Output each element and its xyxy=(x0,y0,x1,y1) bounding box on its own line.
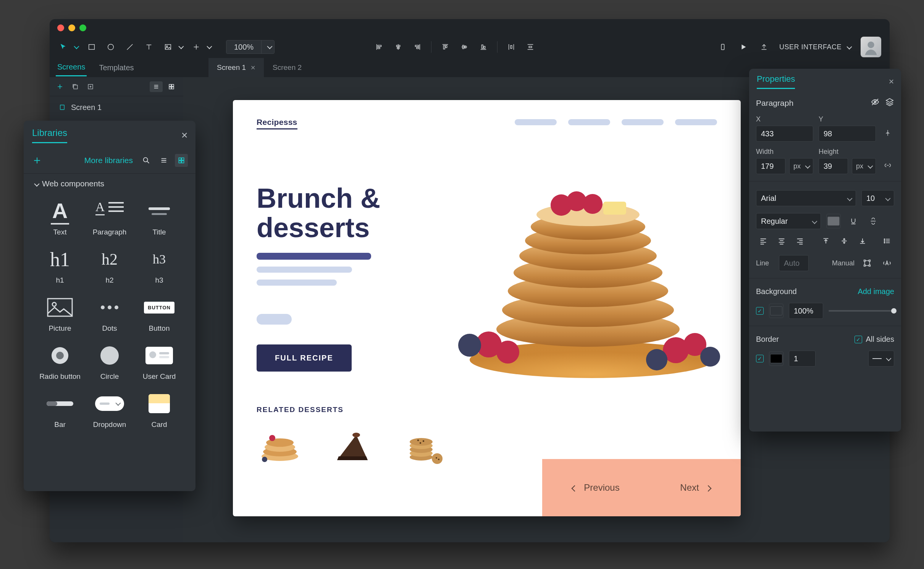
workspace-selector[interactable]: USER INTERFACE xyxy=(779,43,851,51)
background-color-swatch[interactable] xyxy=(769,304,783,318)
image-tool-menu[interactable] xyxy=(176,44,183,50)
align-bottom-icon[interactable] xyxy=(478,42,489,52)
pointer-tool-icon[interactable] xyxy=(58,42,69,52)
component-picture[interactable]: Picture xyxy=(35,296,85,333)
layers-icon[interactable] xyxy=(885,97,894,108)
tab-templates[interactable]: Templates xyxy=(97,60,135,76)
auto-width-icon[interactable] xyxy=(880,256,894,270)
font-weight-select[interactable]: Regular xyxy=(756,213,821,229)
add-image-link[interactable]: Add image xyxy=(858,287,894,296)
visibility-toggle-icon[interactable] xyxy=(871,97,880,108)
window-close-button[interactable] xyxy=(57,24,64,31)
close-tab-icon[interactable]: ✕ xyxy=(250,64,255,71)
background-opacity-slider[interactable] xyxy=(829,310,894,312)
grid-view-icon[interactable] xyxy=(165,81,178,92)
close-icon[interactable]: ✕ xyxy=(181,131,188,141)
ellipse-tool-icon[interactable] xyxy=(105,42,116,52)
upload-icon[interactable] xyxy=(759,42,769,52)
zoom-dropdown[interactable] xyxy=(261,40,274,53)
pointer-tool-menu[interactable] xyxy=(72,44,78,50)
zoom-value[interactable]: 100% xyxy=(226,43,261,52)
vertical-align-middle-icon[interactable] xyxy=(837,234,851,248)
background-opacity-input[interactable]: 100% xyxy=(789,303,823,319)
underline-icon[interactable] xyxy=(846,214,861,228)
text-tool-icon[interactable] xyxy=(144,42,154,52)
hero-image[interactable] xyxy=(443,169,725,386)
border-style-dropdown[interactable] xyxy=(868,351,894,367)
input-height[interactable]: 39 xyxy=(819,158,848,174)
related-thumb-cake[interactable] xyxy=(324,421,381,470)
font-family-select[interactable]: Arial xyxy=(756,190,856,206)
component-card[interactable]: Card xyxy=(134,392,184,429)
border-color-swatch[interactable] xyxy=(769,351,783,366)
pin-icon[interactable] xyxy=(881,126,894,139)
strikethrough-icon[interactable] xyxy=(866,214,880,228)
link-dimensions-icon[interactable] xyxy=(881,159,894,172)
duplicate-screen-icon[interactable] xyxy=(70,82,80,92)
tag-placeholder[interactable] xyxy=(257,314,292,325)
device-preview-icon[interactable] xyxy=(717,42,728,52)
align-left-icon[interactable] xyxy=(374,42,384,52)
add-tool-icon[interactable] xyxy=(191,42,202,52)
text-align-left-icon[interactable] xyxy=(756,234,771,248)
vertical-align-top-icon[interactable] xyxy=(819,234,833,248)
paragraph-placeholder[interactable] xyxy=(257,253,371,293)
align-center-h-icon[interactable] xyxy=(393,42,404,52)
text-color-swatch[interactable] xyxy=(826,214,841,228)
input-x[interactable]: 433 xyxy=(756,126,813,142)
border-width-input[interactable]: 1 xyxy=(789,351,816,367)
user-avatar[interactable] xyxy=(861,37,881,57)
add-tool-menu[interactable] xyxy=(205,44,211,50)
properties-panel[interactable]: Properties ✕ Paragraph X433 Y98 Width 17… xyxy=(749,69,901,432)
input-width[interactable]: 179 xyxy=(756,158,785,174)
component-button[interactable]: BUTTONButton xyxy=(134,296,184,333)
list-view-icon[interactable] xyxy=(150,81,163,92)
window-maximize-button[interactable] xyxy=(79,24,86,31)
library-section-toggle[interactable]: Web components xyxy=(32,179,187,188)
border-enabled-checkbox[interactable]: ✓ xyxy=(756,355,764,362)
related-thumb-pancakes[interactable] xyxy=(251,421,309,470)
font-size-select[interactable]: 10 xyxy=(861,190,894,206)
distribute-h-icon[interactable] xyxy=(506,42,517,52)
component-h2[interactable]: h2h2 xyxy=(85,248,134,284)
list-view-icon[interactable] xyxy=(157,154,170,167)
tab-screens[interactable]: Screens xyxy=(56,59,87,76)
pager-next[interactable]: Next xyxy=(680,482,710,493)
add-screen-icon[interactable] xyxy=(55,82,65,92)
input-y[interactable]: 98 xyxy=(819,126,876,142)
component-title[interactable]: Title xyxy=(134,200,184,236)
unit-width-dropdown[interactable]: px xyxy=(789,158,813,174)
document-tab-1[interactable]: Screen 1 ✕ xyxy=(208,58,264,77)
component-h3[interactable]: h3h3 xyxy=(134,248,184,284)
vertical-align-bottom-icon[interactable] xyxy=(855,234,870,248)
background-enabled-checkbox[interactable]: ✓ xyxy=(756,307,764,315)
libraries-panel[interactable]: Libraries ✕ ＋ More libraries Web compone… xyxy=(24,121,195,491)
add-library-icon[interactable]: ＋ xyxy=(31,152,43,168)
image-tool-icon[interactable] xyxy=(163,42,173,52)
align-right-icon[interactable] xyxy=(412,42,423,52)
component-paragraph[interactable]: AParagraph xyxy=(85,200,134,236)
search-icon[interactable] xyxy=(140,154,153,167)
align-top-icon[interactable] xyxy=(440,42,451,52)
all-sides-checkbox[interactable]: ✓ xyxy=(855,336,862,343)
document-tab-2[interactable]: Screen 2 xyxy=(264,58,310,77)
more-libraries-link[interactable]: More libraries xyxy=(84,156,133,165)
rectangle-tool-icon[interactable] xyxy=(86,42,97,52)
line-tool-icon[interactable] xyxy=(124,42,135,52)
text-align-right-icon[interactable] xyxy=(793,234,807,248)
component-bar[interactable]: Bar xyxy=(35,392,85,429)
screen-item[interactable]: Screen 1 xyxy=(56,99,177,116)
bounding-box-icon[interactable] xyxy=(860,256,874,270)
pager-previous[interactable]: Previous xyxy=(572,482,619,493)
component-text[interactable]: AText xyxy=(35,200,85,236)
component-radio[interactable]: Radio button xyxy=(35,344,85,381)
list-icon[interactable] xyxy=(880,234,894,248)
related-thumb-cookies[interactable] xyxy=(396,421,454,470)
cta-button[interactable]: FULL RECIPE xyxy=(257,344,352,372)
page-headline[interactable]: Brunch & desserts xyxy=(257,184,380,242)
align-middle-v-icon[interactable] xyxy=(459,42,470,52)
brand-logo-text[interactable]: Recipesss xyxy=(257,118,297,129)
artboard[interactable]: Recipesss Brunch & desserts FULL RECIPE xyxy=(233,100,741,516)
component-h1[interactable]: h1h1 xyxy=(35,248,85,284)
component-circle[interactable]: Circle xyxy=(85,344,134,381)
